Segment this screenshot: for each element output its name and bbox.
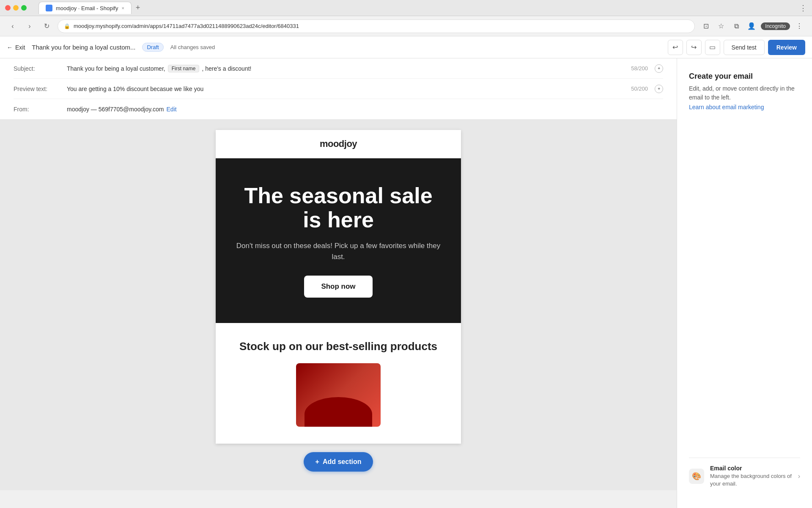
add-section-icon: + <box>315 458 319 466</box>
preview-text-value: You are getting a 10% discount becasue w… <box>67 86 624 92</box>
email-products-section[interactable]: Stock up on our best-selling products <box>216 323 461 444</box>
from-label: From: <box>14 106 60 113</box>
email-brand-section[interactable]: moodjoy <box>216 130 461 158</box>
tab-close-icon[interactable]: × <box>121 6 124 11</box>
email-brand-name: moodjoy <box>320 138 357 149</box>
shop-now-button[interactable]: Shop now <box>304 276 372 298</box>
draft-badge: Draft <box>142 43 163 52</box>
cast-icon: ⊡ <box>703 22 709 30</box>
email-color-text: Email color Manage the background colors… <box>710 465 792 488</box>
titlebar-overflow-icon[interactable]: ⋮ <box>799 3 807 13</box>
preview-count: 50/200 <box>631 86 648 92</box>
email-preview-area: moodjoy The seasonal sale is here Don't … <box>0 120 677 490</box>
email-editor: Subject: Thank you for being a loyal cus… <box>0 58 677 508</box>
browser-chrome: ‹ › ↻ 🔒 moodjoy.myshopify.com/admin/apps… <box>0 16 812 36</box>
email-meta: Subject: Thank you for being a loyal cus… <box>0 58 677 120</box>
star-icon: ☆ <box>718 22 724 30</box>
traffic-lights <box>5 5 27 11</box>
from-text: moodjoy — 569f7705@moodjoy.com <box>67 106 164 113</box>
subject-text: Thank you for being a loyal customer, <box>67 65 165 72</box>
browser-actions: ⊡ ☆ ⧉ 👤 Incognito ⋮ <box>700 20 805 32</box>
from-edit-link[interactable]: Edit <box>167 106 177 113</box>
redo-icon: ↪ <box>691 43 697 51</box>
products-title: Stock up on our best-selling products <box>233 340 444 353</box>
new-tab-button[interactable]: + <box>132 1 145 15</box>
subject-row: Subject: Thank you for being a loyal cus… <box>14 58 663 79</box>
subject-suffix: , here's a discount! <box>202 65 251 72</box>
product-shape <box>304 397 372 427</box>
create-email-section: Create your email Edit, add, or move con… <box>689 72 800 111</box>
header-actions: ↩ ↪ ▭ Send test Review <box>668 40 805 55</box>
browser-menu-icon: ⋮ <box>796 22 803 30</box>
saved-status: All changes saved <box>170 44 215 50</box>
tab-bar: moodjoy · Email - Shopify × + <box>38 1 144 15</box>
refresh-nav-button[interactable]: ↻ <box>41 20 52 32</box>
review-button[interactable]: Review <box>768 40 805 55</box>
browser-menu-button[interactable]: ⋮ <box>793 20 805 32</box>
address-bar[interactable]: 🔒 moodjoy.myshopify.com/admin/apps/14711… <box>58 19 695 33</box>
extensions-button[interactable]: ⧉ <box>730 20 742 32</box>
titlebar: moodjoy · Email - Shopify × + ⋮ <box>0 0 812 16</box>
maximize-button[interactable] <box>21 5 27 11</box>
hero-title-line1: The seasonal sale <box>244 183 432 208</box>
forward-nav-button[interactable]: › <box>24 20 36 32</box>
first-name-tag[interactable]: First name <box>168 65 200 72</box>
profile-button[interactable]: 👤 <box>746 20 757 32</box>
redo-button[interactable]: ↪ <box>686 40 702 55</box>
forward-nav-icon: › <box>28 22 30 30</box>
sidebar-bottom: 🎨 Email color Manage the background colo… <box>689 458 800 494</box>
from-value: moodjoy — 569f7705@moodjoy.com Edit <box>67 106 663 113</box>
add-section-label: Add section <box>323 458 362 466</box>
preview-ai-icon[interactable]: ✦ <box>655 85 663 93</box>
exit-icon: ← <box>7 44 13 51</box>
email-color-item[interactable]: 🎨 Email color Manage the background colo… <box>689 458 800 494</box>
tab-favicon <box>46 5 52 11</box>
exit-button[interactable]: ← Exit <box>7 44 25 51</box>
subject-count: 58/200 <box>631 65 648 72</box>
palette-icon: 🎨 <box>692 472 701 481</box>
close-button[interactable] <box>5 5 11 11</box>
send-test-button[interactable]: Send test <box>724 40 765 55</box>
undo-button[interactable]: ↩ <box>668 40 683 55</box>
back-nav-icon: ‹ <box>11 22 14 30</box>
address-url: moodjoy.myshopify.com/admin/apps/14711ad… <box>74 23 299 29</box>
email-canvas: moodjoy The seasonal sale is here Don't … <box>216 130 461 444</box>
preview-text: You are getting a 10% discount becasue w… <box>67 86 203 92</box>
add-section-container: + Add section <box>304 452 373 472</box>
incognito-badge: Incognito <box>761 22 790 30</box>
exit-label: Exit <box>15 44 25 51</box>
profile-icon: 👤 <box>747 22 756 30</box>
create-email-title: Create your email <box>689 72 800 81</box>
add-section-button[interactable]: + Add section <box>304 452 373 472</box>
back-nav-button[interactable]: ‹ <box>7 20 19 32</box>
product-image-placeholder <box>296 363 381 427</box>
page-title: Thank you for being a loyal custom... <box>32 44 135 51</box>
preview-text-row: Preview text: You are getting a 10% disc… <box>14 79 663 99</box>
preview-text-label: Preview text: <box>14 86 60 92</box>
chevron-right-icon: › <box>798 472 800 480</box>
main-area: Subject: Thank you for being a loyal cus… <box>0 58 812 508</box>
subject-label: Subject: <box>14 65 60 72</box>
create-email-desc: Edit, add, or move content directly in t… <box>689 84 800 102</box>
learn-email-marketing-link[interactable]: Learn about email marketing <box>689 104 764 110</box>
extensions-icon: ⧉ <box>734 22 739 30</box>
refresh-nav-icon: ↻ <box>44 22 49 30</box>
minimize-button[interactable] <box>13 5 19 11</box>
email-color-desc: Manage the background colors of your ema… <box>710 472 792 488</box>
preview-button[interactable]: ▭ <box>705 40 720 55</box>
from-row: From: moodjoy — 569f7705@moodjoy.com Edi… <box>14 99 663 119</box>
cast-button[interactable]: ⊡ <box>700 20 712 32</box>
bookmark-button[interactable]: ☆ <box>715 20 727 32</box>
tab-label: moodjoy · Email - Shopify <box>56 5 118 11</box>
lock-icon: 🔒 <box>64 23 70 29</box>
app-header: ← Exit Thank you for being a loyal custo… <box>0 36 812 58</box>
email-color-title: Email color <box>710 465 792 472</box>
undo-icon: ↩ <box>672 43 678 51</box>
email-hero-section[interactable]: The seasonal sale is here Don't miss out… <box>216 158 461 323</box>
active-tab[interactable]: moodjoy · Email - Shopify × <box>38 2 132 14</box>
subject-value: Thank you for being a loyal customer, Fi… <box>67 65 624 72</box>
right-sidebar: Create your email Edit, add, or move con… <box>677 58 812 508</box>
hero-title-line2: is here <box>303 207 374 232</box>
subject-ai-icon[interactable]: ✦ <box>655 64 663 73</box>
email-hero-subtitle: Don't miss out on these deals! Pick up a… <box>233 240 444 262</box>
